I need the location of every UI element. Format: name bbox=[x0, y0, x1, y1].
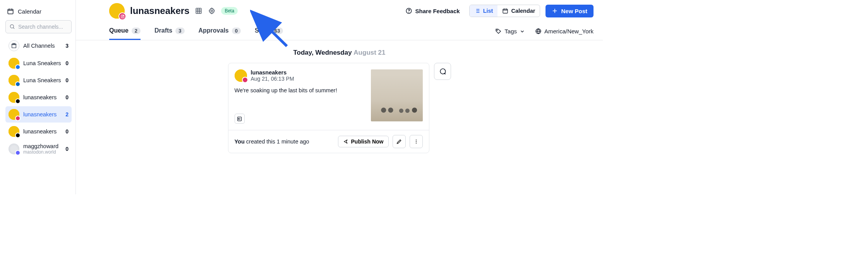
svg-point-9 bbox=[408, 12, 409, 12]
channel-label: lunasneakers bbox=[23, 111, 62, 118]
tag-icon bbox=[495, 28, 502, 35]
sidebar: Calendar All Channels 3 Luna Sneakers 0 … bbox=[0, 0, 76, 194]
svg-point-1 bbox=[10, 25, 14, 28]
instagram-icon bbox=[242, 77, 248, 83]
avatar bbox=[9, 92, 19, 103]
avatar bbox=[9, 75, 19, 86]
svg-point-4 bbox=[122, 16, 123, 17]
svg-rect-10 bbox=[503, 9, 508, 13]
channel-count: 2 bbox=[65, 111, 69, 118]
facebook-icon bbox=[15, 64, 21, 70]
avatar bbox=[9, 126, 19, 137]
tab-label: Drafts bbox=[154, 27, 172, 34]
sidebar-channel-linkedin[interactable]: Luna Sneakers 0 bbox=[5, 72, 72, 88]
tab-count: 0 bbox=[232, 28, 241, 34]
created-suffix: created this 1 minute ago bbox=[245, 138, 309, 145]
instagram-icon bbox=[15, 116, 21, 121]
tab-bar: Queue 2 Drafts 3 Approvals 0 Sent 63 Tag… bbox=[76, 19, 603, 40]
sidebar-calendar-label: Calendar bbox=[18, 8, 41, 15]
publish-label: Publish Now bbox=[351, 138, 384, 145]
svg-point-15 bbox=[415, 141, 416, 142]
sidebar-all-channels[interactable]: All Channels 3 bbox=[5, 37, 72, 54]
tab-drafts[interactable]: Drafts 3 bbox=[154, 27, 184, 40]
reshare-button[interactable] bbox=[235, 114, 245, 124]
tags-dropdown[interactable]: Tags bbox=[495, 28, 525, 35]
post-more-button[interactable] bbox=[410, 135, 423, 148]
main-content: lunasneakers Beta Share Feedback List bbox=[76, 0, 603, 194]
send-icon bbox=[343, 139, 348, 144]
channel-label: maggzhoward bbox=[23, 143, 62, 149]
list-view-toggle[interactable]: List bbox=[470, 5, 498, 17]
channel-count: 0 bbox=[65, 128, 69, 135]
post-image-thumbnail bbox=[371, 69, 423, 121]
you-label: You bbox=[235, 138, 245, 145]
view-toggle: List Calendar bbox=[469, 5, 540, 17]
tab-label: Queue bbox=[109, 27, 129, 34]
instagram-icon bbox=[118, 12, 126, 20]
search-input[interactable] bbox=[5, 20, 72, 33]
channel-label: lunasneakers bbox=[23, 128, 62, 135]
svg-point-7 bbox=[211, 10, 213, 12]
grid-view-button[interactable] bbox=[195, 7, 202, 15]
tab-queue[interactable]: Queue 2 bbox=[109, 27, 141, 40]
feedback-icon bbox=[405, 7, 412, 14]
timezone-label: America/New_York bbox=[544, 28, 594, 35]
svg-rect-0 bbox=[8, 9, 13, 14]
calendar-view-toggle[interactable]: Calendar bbox=[497, 5, 540, 17]
post-author: lunasneakers bbox=[251, 69, 294, 76]
tab-count: 3 bbox=[175, 28, 184, 34]
page-header: lunasneakers Beta Share Feedback List bbox=[76, 0, 603, 19]
tab-sent[interactable]: Sent 63 bbox=[255, 27, 283, 40]
post-avatar bbox=[235, 69, 247, 82]
globe-icon bbox=[535, 28, 542, 35]
calendar-icon bbox=[7, 8, 14, 15]
post-text: We're soaking up the last bits of summer… bbox=[235, 87, 365, 93]
sidebar-channel-tiktok[interactable]: lunasneakers 0 bbox=[5, 123, 72, 140]
tab-approvals[interactable]: Approvals 0 bbox=[199, 27, 241, 40]
svg-point-14 bbox=[415, 140, 416, 140]
search-icon bbox=[9, 24, 15, 29]
tab-count: 63 bbox=[271, 28, 283, 34]
sidebar-channel-threads[interactable]: lunasneakers 0 bbox=[5, 89, 72, 105]
threads-icon bbox=[15, 99, 21, 104]
new-post-button[interactable]: New Post bbox=[546, 5, 594, 17]
tab-label: Approvals bbox=[199, 27, 229, 34]
post-created-meta: You created this 1 minute ago bbox=[235, 138, 309, 145]
tiktok-icon bbox=[15, 133, 21, 138]
avatar bbox=[9, 143, 19, 154]
comments-button[interactable] bbox=[434, 63, 451, 80]
linkedin-icon bbox=[15, 81, 21, 87]
mastodon-icon bbox=[15, 150, 21, 156]
sidebar-channel-instagram[interactable]: lunasneakers 2 bbox=[5, 106, 72, 123]
channel-count: 0 bbox=[65, 60, 69, 66]
calendar-icon bbox=[502, 8, 508, 14]
stack-icon bbox=[9, 40, 19, 51]
new-post-label: New Post bbox=[561, 8, 587, 14]
calendar-label: Calendar bbox=[511, 8, 535, 14]
chevron-down-icon bbox=[520, 29, 525, 34]
edit-post-button[interactable] bbox=[393, 135, 406, 148]
svg-point-11 bbox=[497, 30, 497, 31]
sidebar-channel-mastodon[interactable]: maggzhoward mastodon.world 0 bbox=[5, 140, 72, 157]
day-prefix: Today, Wednesday bbox=[293, 49, 352, 56]
avatar bbox=[9, 109, 19, 120]
feedback-label: Share Feedback bbox=[415, 8, 460, 14]
svg-rect-2 bbox=[12, 45, 16, 48]
all-channels-label: All Channels bbox=[23, 43, 62, 49]
settings-button[interactable] bbox=[208, 7, 216, 15]
more-vertical-icon bbox=[413, 138, 419, 145]
channel-count: 0 bbox=[65, 77, 69, 83]
sidebar-calendar-link[interactable]: Calendar bbox=[5, 5, 72, 20]
list-label: List bbox=[483, 8, 493, 14]
channel-label: Luna Sneakers bbox=[23, 60, 62, 66]
share-feedback-button[interactable]: Share Feedback bbox=[401, 5, 464, 17]
beta-badge: Beta bbox=[221, 7, 238, 15]
post-card[interactable]: lunasneakers Aug 21, 06:13 PM We're soak… bbox=[228, 63, 429, 153]
channel-label: lunasneakers bbox=[23, 94, 62, 100]
svg-point-5 bbox=[123, 15, 124, 16]
timezone-selector[interactable]: America/New_York bbox=[535, 28, 594, 35]
post-time: Aug 21, 06:13 PM bbox=[251, 76, 294, 82]
list-icon bbox=[474, 8, 480, 14]
sidebar-channel-facebook[interactable]: Luna Sneakers 0 bbox=[5, 55, 72, 71]
publish-now-button[interactable]: Publish Now bbox=[338, 136, 389, 147]
